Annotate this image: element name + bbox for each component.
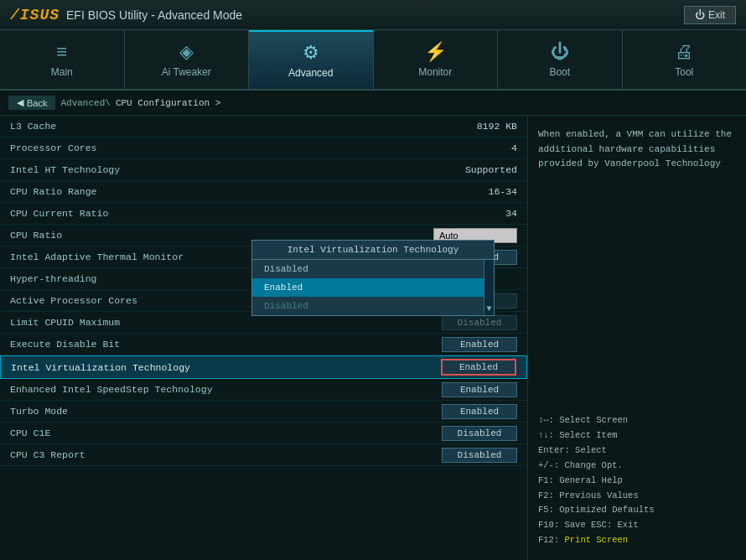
tab-advanced[interactable]: ⚙ Advanced — [249, 30, 374, 89]
execute-disable-bit-button[interactable]: Enabled — [442, 337, 517, 352]
settings-panel: L3 Cache 8192 KB Processor Cores 4 Intel… — [0, 116, 528, 560]
setting-cpu-current-ratio: CPU Current Ratio 34 — [0, 203, 527, 225]
breadcrumb: ◀ Back Advanced\ CPU Configuration > — [0, 91, 746, 116]
dropdown-title: Intel Virtualization Technology — [252, 241, 494, 260]
setting-ht-technology: Intel HT Technology Supported — [0, 159, 527, 181]
turbo-mode-button[interactable]: Enabled — [442, 404, 517, 419]
setting-l3-cache: L3 Cache 8192 KB — [0, 116, 527, 137]
dropdown-option-disabled-1[interactable]: Disabled — [252, 260, 484, 278]
setting-turbo-mode[interactable]: Turbo Mode Enabled — [0, 401, 527, 423]
tab-tool-label: Tool — [675, 66, 693, 78]
header-title: EFI BIOS Utility - Advanced Mode — [66, 8, 242, 22]
back-button[interactable]: ◀ Back — [8, 96, 55, 110]
setting-processor-cores: Processor Cores 4 — [0, 137, 527, 159]
exit-icon: ⏻ — [695, 9, 705, 21]
setting-execute-disable-bit[interactable]: Execute Disable Bit Enabled — [0, 334, 527, 355]
dropdown-option-enabled[interactable]: Enabled — [252, 278, 484, 297]
help-text: When enabled, a VMM can utilize the addi… — [538, 127, 736, 172]
breadcrumb-path: Advanced\ — [60, 98, 110, 108]
setting-cpu-ratio-range: CPU Ratio Range 16-34 — [0, 181, 527, 203]
setting-cpu-c1e[interactable]: CPU C1E Disabled — [0, 423, 527, 444]
setting-cpu-c3-report[interactable]: CPU C3 Report Disabled — [0, 444, 527, 466]
dropdown-scrollbar[interactable]: ▼ — [484, 260, 494, 315]
tab-advanced-label: Advanced — [288, 67, 333, 79]
shortcut-enter: Enter: Select — [538, 443, 736, 459]
tab-tool[interactable]: 🖨 Tool — [623, 30, 747, 89]
header: /ISUS EFI BIOS Utility - Advanced Mode ⏻… — [0, 0, 746, 30]
boot-icon: ⏻ — [551, 41, 569, 63]
main-content: L3 Cache 8192 KB Processor Cores 4 Intel… — [0, 116, 746, 560]
ai-tweaker-icon: ◈ — [179, 41, 194, 63]
dropdown-popup: Intel Virtualization Technology Disabled… — [251, 240, 495, 316]
tab-main-label: Main — [51, 66, 73, 78]
shortcut-f1: F1: General Help — [538, 474, 736, 489]
print-screen-label: Print Screen — [565, 535, 629, 545]
tab-ai-tweaker-label: Ai Tweaker — [162, 66, 211, 78]
advanced-icon: ⚙ — [303, 42, 319, 64]
nav-tabs: ≡ Main ◈ Ai Tweaker ⚙ Advanced ⚡ Monitor… — [0, 30, 746, 91]
intel-vt-button[interactable]: Enabled — [441, 359, 516, 376]
main-icon: ≡ — [56, 41, 67, 63]
scrollbar-down-arrow[interactable]: ▼ — [484, 303, 493, 315]
cpu-c1e-button[interactable]: Disabled — [442, 426, 517, 441]
shortcut-f5: F5: Optimized Defaults — [538, 503, 736, 518]
speedstep-button[interactable]: Enabled — [442, 382, 517, 397]
shortcut-select-item: ↑↓: Select Item — [538, 428, 736, 443]
tab-boot-label: Boot — [549, 66, 570, 78]
exit-button[interactable]: ⏻ Exit — [684, 6, 736, 24]
setting-intel-vt[interactable]: Intel Virtualization Technology Enabled — [0, 355, 527, 379]
shortcut-change-opt: +/-: Change Opt. — [538, 459, 736, 474]
tab-monitor[interactable]: ⚡ Monitor — [374, 30, 499, 89]
limit-cpuid-button[interactable]: Disabled — [442, 315, 517, 330]
cpu-c3-report-button[interactable]: Disabled — [442, 448, 517, 463]
tab-main[interactable]: ≡ Main — [0, 30, 125, 89]
shortcuts: ↕↔: Select Screen ↑↓: Select Item Enter:… — [538, 413, 736, 548]
back-arrow-icon: ◀ — [17, 97, 23, 108]
shortcut-f10: F10: Save ESC: Exit — [538, 518, 736, 533]
shortcut-select-screen: ↕↔: Select Screen — [538, 413, 736, 428]
right-panel: When enabled, a VMM can utilize the addi… — [528, 116, 746, 560]
tab-ai-tweaker[interactable]: ◈ Ai Tweaker — [125, 30, 250, 89]
asus-logo: /ISUS — [10, 7, 60, 23]
tab-boot[interactable]: ⏻ Boot — [498, 30, 623, 89]
tab-monitor-label: Monitor — [418, 66, 452, 78]
shortcut-f2: F2: Previous Values — [538, 489, 736, 504]
shortcut-f12: F12: Print Screen — [538, 533, 736, 548]
dropdown-option-disabled-2: Disabled — [252, 297, 484, 315]
setting-speedstep[interactable]: Enhanced Intel SpeedStep Technology Enab… — [0, 379, 527, 401]
breadcrumb-current: CPU Configuration > — [116, 98, 220, 108]
tool-icon: 🖨 — [675, 41, 693, 63]
monitor-icon: ⚡ — [424, 41, 447, 63]
